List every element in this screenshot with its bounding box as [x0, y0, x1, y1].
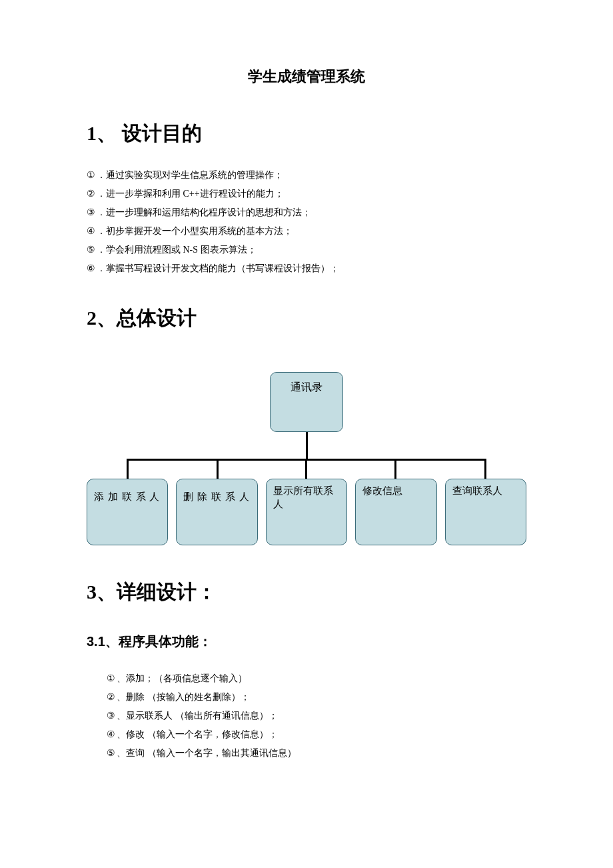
list-num: ③ — [107, 707, 115, 725]
document-title: 学生成绩管理系统 — [87, 67, 526, 87]
list-num: ⑤ — [87, 241, 95, 259]
list-item: ④．初步掌握开发一个小型实用系统的基本方法； — [87, 222, 526, 241]
list-text: 、删除 （按输入的姓名删除）； — [117, 688, 250, 707]
list-text: ．初步掌握开发一个小型实用系统的基本方法； — [97, 222, 293, 241]
list-item: ②．进一步掌握和利用 C++进行程设计的能力； — [87, 185, 526, 203]
list-item: ⑤．学会利用流程图或 N-S 图表示算法； — [87, 241, 526, 259]
list-num: ④ — [107, 725, 115, 744]
list-item: ①、添加；（各项信息逐个输入） — [107, 669, 526, 688]
diagram-child-node: 查询联系人 — [445, 479, 526, 545]
list-item: ⑥．掌握书写程设计开发文档的能力（书写课程设计报告）； — [87, 259, 526, 278]
list-text: ．掌握书写程设计开发文档的能力（书写课程设计报告）； — [97, 259, 339, 278]
list-item: ③．进一步理解和运用结构化程序设计的思想和方法； — [87, 203, 526, 222]
list-num: ⑥ — [87, 259, 95, 278]
list-num: ② — [87, 185, 95, 203]
section-1-list: ①．通过实验实现对学生信息系统的管理操作； ②．进一步掌握和利用 C++进行程设… — [87, 166, 526, 278]
list-num: ② — [107, 688, 115, 707]
list-num: ④ — [87, 222, 95, 241]
list-num: ③ — [87, 203, 95, 222]
list-num: ① — [107, 669, 115, 688]
list-num: ⑤ — [107, 744, 115, 763]
section-3-1-heading: 3.1、程序具体功能： — [87, 633, 526, 651]
list-item: ②、删除 （按输入的姓名删除）； — [107, 688, 526, 707]
list-item: ①．通过实验实现对学生信息系统的管理操作； — [87, 166, 526, 185]
diagram-connector — [87, 459, 526, 479]
section-2-heading: 2、总体设计 — [87, 305, 526, 332]
list-text: ．进一步掌握和利用 C++进行程设计的能力； — [97, 185, 284, 203]
diagram-child-node: 修改信息 — [355, 479, 436, 545]
list-text: 、修改 （输入一个名字，修改信息）； — [117, 725, 278, 744]
list-item: ③、显示联系人 （输出所有通讯信息）； — [107, 707, 526, 725]
list-text: 、添加；（各项信息逐个输入） — [117, 669, 247, 688]
diagram-root-node: 通讯录 — [270, 372, 343, 432]
diagram-children: 添加联系人 删除联系人 显示所有联系人 修改信息 查询联系人 — [87, 479, 526, 545]
diagram-child-node: 删除联系人 — [176, 479, 257, 545]
section-1-heading: 1、 设计目的 — [87, 120, 526, 147]
section-3-1-list: ①、添加；（各项信息逐个输入） ②、删除 （按输入的姓名删除）； ③、显示联系人… — [87, 669, 526, 763]
diagram-child-node: 添加联系人 — [87, 479, 168, 545]
list-text: ．学会利用流程图或 N-S 图表示算法； — [97, 241, 257, 259]
org-chart-diagram: 通讯录 添加联系人 删除联系人 显示所有联系人 修改信息 查询联系人 — [87, 372, 526, 545]
diagram-connector — [306, 432, 308, 459]
list-text: ．进一步理解和运用结构化程序设计的思想和方法； — [97, 203, 311, 222]
list-text: 、显示联系人 （输出所有通讯信息）； — [117, 707, 278, 725]
section-3-heading: 3、详细设计： — [87, 579, 526, 606]
list-text: 、查询 （输入一个名字，输出其通讯信息） — [117, 744, 297, 763]
list-item: ④、修改 （输入一个名字，修改信息）； — [107, 725, 526, 744]
list-item: ⑤、查询 （输入一个名字，输出其通讯信息） — [107, 744, 526, 763]
list-text: ．通过实验实现对学生信息系统的管理操作； — [97, 166, 283, 185]
diagram-child-node: 显示所有联系人 — [266, 479, 347, 545]
list-num: ① — [87, 166, 95, 185]
